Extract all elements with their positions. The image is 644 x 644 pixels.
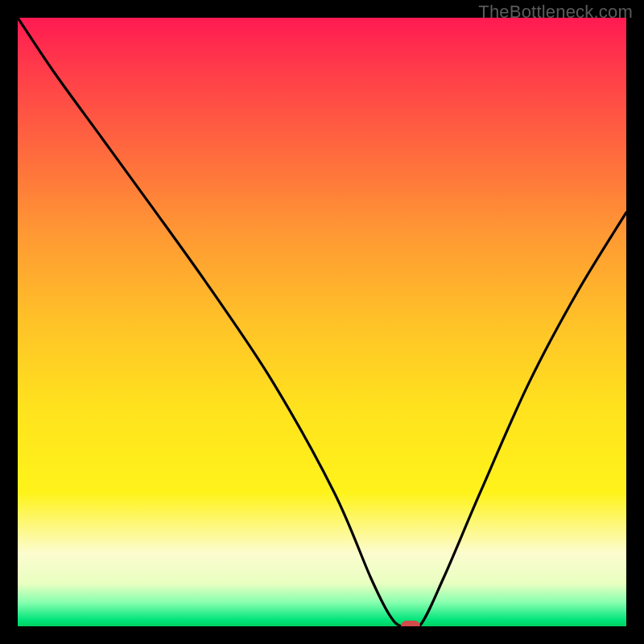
plot-area — [18, 18, 626, 626]
watermark-text: TheBottleneck.com — [478, 2, 633, 23]
chart-frame: TheBottleneck.com — [0, 0, 644, 644]
bottleneck-curve — [18, 18, 626, 626]
optimal-marker — [401, 621, 420, 626]
